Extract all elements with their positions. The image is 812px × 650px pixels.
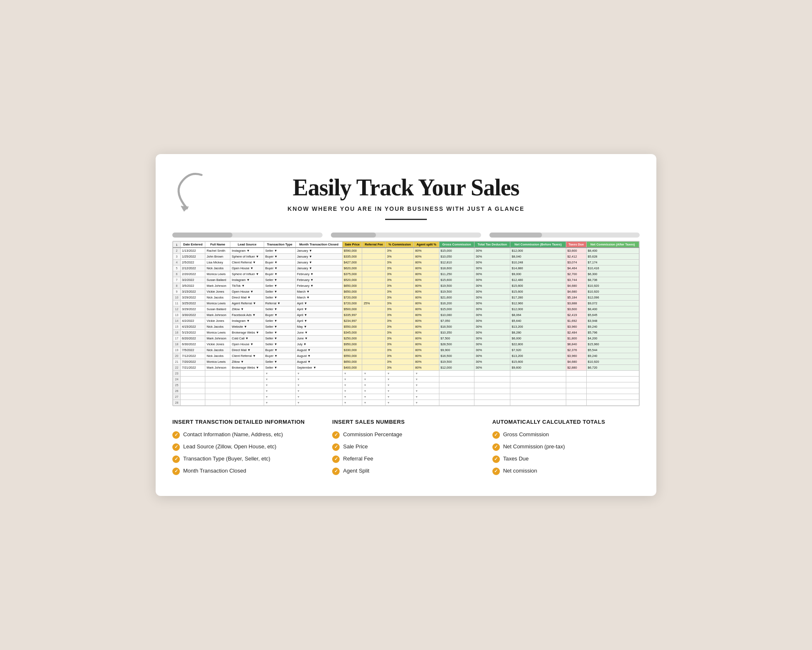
- table-cell-empty: ▼: [362, 394, 386, 400]
- table-row: 73/2/2022Susan BallardInstagram ▼Seller …: [173, 277, 639, 283]
- table-cell: [362, 254, 386, 260]
- table-cell-empty: [510, 388, 566, 394]
- scrollbar-thumb-3[interactable]: [489, 233, 542, 238]
- table-cell: Zillow ▼: [230, 359, 264, 365]
- table-cell: Buyer ▼: [264, 266, 295, 271]
- list-item: Month Transaction Closed: [172, 467, 320, 475]
- list-item-text: Contact Information (Name, Address, etc): [183, 431, 283, 438]
- table-cell: 3%: [386, 353, 414, 359]
- table-cell: $9,000: [510, 271, 566, 277]
- table-cell: $4,680: [566, 289, 586, 295]
- table-cell: Brokerage Webs ▼: [230, 330, 264, 336]
- table-cell-empty: [230, 388, 264, 394]
- table-cell-empty: [586, 400, 639, 406]
- list-item-text: Lead Source (Zillow, Open House, etc): [183, 443, 276, 450]
- table-cell-empty: ▼: [414, 377, 439, 382]
- table-cell: 80%: [414, 295, 439, 301]
- table-row: 227/21/2022Mark JohnsonBrokerage Webs ▼S…: [173, 365, 639, 371]
- table-cell-empty: [510, 394, 566, 400]
- table-cell: Seller ▼: [264, 359, 295, 365]
- table-cell: Nick Jacobs: [205, 266, 230, 271]
- table-cell: $8,736: [586, 277, 639, 283]
- table-cell: $18,600: [439, 266, 474, 271]
- col-header-month: Month Transaction Closed: [295, 242, 342, 248]
- table-cell-empty: [439, 394, 474, 400]
- table-cell: 1/25/2022: [181, 254, 205, 260]
- table-cell: Instagram ▼: [230, 318, 264, 324]
- table-cell: $330,000: [342, 347, 362, 353]
- table-cell-empty: ▼: [386, 382, 414, 388]
- scrollbar-track-3[interactable]: [489, 233, 640, 238]
- table-cell: $3,960: [566, 353, 586, 359]
- table-cell: $6,720: [586, 365, 639, 371]
- table-cell-empty: ▼: [295, 382, 342, 388]
- table-cell: [362, 271, 386, 277]
- table-cell: 6/30/2022: [181, 341, 205, 347]
- table-cell: Open House ▼: [230, 266, 264, 271]
- table-cell: 3/2/2022: [181, 277, 205, 283]
- table-cell: $14,880: [510, 266, 566, 271]
- table-cell: $21,600: [439, 295, 474, 301]
- table-row-empty: 23▼▼▼▼▼▼: [173, 371, 639, 377]
- table-cell-empty: [181, 377, 205, 382]
- table-row-empty: 27▼▼▼▼▼▼: [173, 394, 639, 400]
- col-header-name: Full Name: [205, 242, 230, 248]
- table-cell: 30%: [474, 301, 510, 306]
- list-item: Transaction Type (Buyer, Seller, etc): [172, 455, 320, 463]
- table-cell: Zillow ▼: [230, 306, 264, 312]
- table-cell-empty: ▼: [362, 382, 386, 388]
- table-cell: $720,000: [342, 301, 362, 306]
- table-cell-empty: ▼: [414, 400, 439, 406]
- scrollbar-track-1[interactable]: [172, 233, 323, 238]
- table-cell: Seller ▼: [264, 289, 295, 295]
- table-cell: Buyer ▼: [264, 271, 295, 277]
- table-cell: 30%: [474, 277, 510, 283]
- bottom-col-2: INSERT SALES NUMBERS Commission Percenta…: [332, 419, 479, 475]
- table-cell-empty: 28: [173, 400, 181, 406]
- table-row: 52/12/2022Nick JacobsOpen House ▼Buyer ▼…: [173, 266, 639, 271]
- table-cell: August ▼: [295, 359, 342, 365]
- scrollbar-track-2[interactable]: [331, 233, 481, 238]
- table-cell: June ▼: [295, 336, 342, 341]
- scrollbar-thumb-2[interactable]: [331, 233, 376, 238]
- table-cell: Seller ▼: [264, 341, 295, 347]
- table-cell-empty: ▼: [386, 371, 414, 377]
- table-cell: 80%: [414, 271, 439, 277]
- table-cell: Nick Jacobs: [205, 324, 230, 330]
- table-cell: 80%: [414, 359, 439, 365]
- table-cell-empty: ▼: [342, 382, 362, 388]
- check-icon: [332, 455, 340, 463]
- table-cell: 80%: [414, 306, 439, 312]
- table-cell: $550,000: [342, 353, 362, 359]
- table-cell: 30%: [474, 330, 510, 336]
- table-cell: 80%: [414, 336, 439, 341]
- table-cell: Vickie Jones: [205, 341, 230, 347]
- table-cell: $9,900: [439, 347, 474, 353]
- table-cell-empty: ▼: [342, 371, 362, 377]
- table-cell: $15,600: [439, 277, 474, 283]
- table-cell-empty: ▼: [386, 377, 414, 382]
- table-cell-empty: [586, 388, 639, 394]
- table-cell: 30%: [474, 365, 510, 371]
- list-item: Net comission: [492, 467, 640, 475]
- table-cell-empty: 24: [173, 377, 181, 382]
- table-cell: 3%: [386, 283, 414, 289]
- table-cell: [362, 336, 386, 341]
- table-cell: 3%: [386, 347, 414, 353]
- table-cell: 16: [173, 330, 181, 336]
- table-cell: Buyer ▼: [264, 312, 295, 318]
- table-cell-empty: [566, 371, 586, 377]
- table-cell: $3,074: [566, 260, 586, 266]
- table-cell: $10,080: [439, 312, 474, 318]
- table-row: 103/29/2022Nick JacobsDirect Mail ▼Selle…: [173, 295, 639, 301]
- table-cell: 3%: [386, 336, 414, 341]
- table-cell: John Brown: [205, 254, 230, 260]
- table-cell: 25%: [362, 301, 386, 306]
- scrollbar-thumb-1[interactable]: [172, 233, 232, 238]
- table-cell: $8,040: [510, 254, 566, 260]
- table-cell: 3%: [386, 277, 414, 283]
- table-row: 165/15/2022Monica LewisBrokerage Webs ▼S…: [173, 330, 639, 336]
- table-cell: Sphere of Influer ▼: [230, 254, 264, 260]
- table-cell-empty: 26: [173, 388, 181, 394]
- table-cell: $2,376: [566, 347, 586, 353]
